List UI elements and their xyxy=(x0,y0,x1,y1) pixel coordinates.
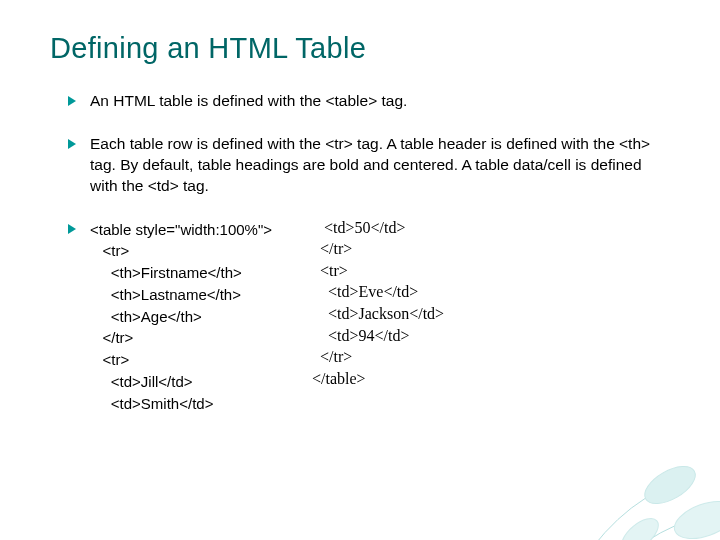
svg-point-3 xyxy=(616,512,664,540)
code-block-left: <table style="width:100%"> <tr> <th>Firs… xyxy=(90,219,272,415)
bullet-item-code: <table style="width:100%"> <tr> <th>Firs… xyxy=(68,219,670,415)
code-columns: <table style="width:100%"> <tr> <th>Firs… xyxy=(90,219,670,415)
code-block-right: <td>50</td> </tr> <tr> <td>Eve</td> <td>… xyxy=(312,217,444,390)
bullet-item-2: Each table row is defined with the <tr> … xyxy=(68,134,670,197)
svg-point-2 xyxy=(698,535,720,540)
page-title: Defining an HTML Table xyxy=(50,32,670,65)
svg-point-1 xyxy=(669,494,720,540)
slide: Defining an HTML Table An HTML table is … xyxy=(0,0,720,456)
bullet-item-1: An HTML table is defined with the <table… xyxy=(68,91,670,112)
bullet-list: An HTML table is defined with the <table… xyxy=(50,91,670,414)
svg-point-0 xyxy=(639,459,701,511)
